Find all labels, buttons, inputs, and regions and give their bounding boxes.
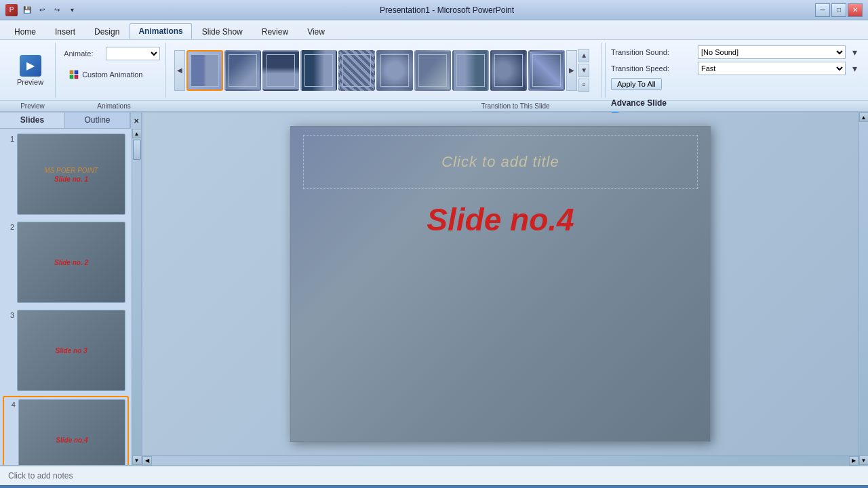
slide-canvas: Click to add title Slide no.4	[290, 126, 711, 442]
canvas-area: ▲ ▼ Click to add title Slide no.4 ◀ ▶	[142, 113, 868, 465]
slide-thumb-content-2: Slide no. 2	[18, 222, 125, 302]
animations-group-content: Animate: Custom Animation	[64, 44, 160, 96]
sound-dropdown-icon[interactable]: ▾	[852, 47, 857, 58]
svg-rect-3	[75, 75, 78, 79]
slide-title-text: Click to add title	[441, 153, 559, 171]
tab-slides[interactable]: Slides	[0, 113, 65, 128]
transitions-more-up[interactable]: ▲	[578, 49, 589, 62]
speed-dropdown-icon[interactable]: ▾	[852, 63, 857, 74]
transitions-scroll-right[interactable]: ▶	[566, 50, 577, 91]
ribbon-group-transitions: ◀ ▶ ▲ ▼ ≡	[169, 43, 602, 98]
canvas-scroll-left[interactable]: ◀	[142, 456, 152, 466]
transition-sound-row: Transition Sound: [No Sound] ▾	[611, 45, 857, 59]
transition-speed-row: Transition Speed: Fast ▾	[611, 62, 857, 75]
transitions-more-down[interactable]: ▼	[578, 64, 589, 77]
slide-title-placeholder[interactable]: Click to add title	[303, 135, 698, 189]
ribbon-tabs: Home Insert Design Animations Slide Show…	[0, 20, 868, 39]
transition-sound-select[interactable]: [No Sound]	[698, 45, 846, 59]
transition-10[interactable]	[528, 50, 565, 91]
ribbon: Home Insert Design Animations Slide Show…	[0, 20, 868, 113]
transition-2[interactable]	[224, 50, 261, 91]
save-button[interactable]: 💾	[20, 4, 34, 16]
animate-label: Animate:	[64, 49, 104, 58]
tab-animations[interactable]: Animations	[130, 23, 191, 39]
custom-animation-label: Custom Animation	[82, 70, 142, 79]
transitions-list	[186, 50, 565, 91]
canvas-scroll-right[interactable]: ▶	[849, 456, 859, 466]
slide-thumb-content-3: Slide no 3	[18, 310, 125, 390]
slide-2-body: Slide no. 2	[54, 259, 88, 266]
animate-select[interactable]	[106, 47, 160, 60]
transitions-scroll-left[interactable]: ◀	[174, 50, 185, 91]
slide-item-2[interactable]: 2 Slide no. 2	[3, 220, 129, 305]
title-bar-left: P 💾 ↩ ↪ ▾	[5, 4, 79, 16]
slide-thumb-4[interactable]: Slide no.4	[18, 399, 125, 465]
scroll-arrow-up[interactable]: ▲	[132, 129, 142, 138]
ribbon-section-labels: Preview Animations Transition to This Sl…	[0, 100, 868, 111]
tab-design[interactable]: Design	[85, 23, 128, 39]
transition-speed-label: Transition Speed:	[611, 64, 692, 73]
slide-thumb-3[interactable]: Slide no 3	[17, 310, 125, 391]
ribbon-group-animations: Animate: Custom Animation	[58, 43, 166, 98]
preview-group-content: ▶ Preview	[11, 44, 50, 96]
tab-slideshow[interactable]: Slide Show	[193, 23, 252, 39]
tab-insert[interactable]: Insert	[46, 23, 84, 39]
transition-9[interactable]	[490, 50, 527, 91]
transition-sound-label: Transition Sound:	[611, 48, 692, 56]
slide-item-1[interactable]: 1 MS POER POINT Slide no. 1	[3, 131, 129, 217]
close-button[interactable]: ✕	[848, 3, 863, 17]
slide-thumb-2[interactable]: Slide no. 2	[17, 222, 125, 303]
slide-body-text[interactable]: Slide no.4	[291, 201, 710, 238]
transition-7[interactable]	[414, 50, 451, 91]
canvas-hscrollbar[interactable]: ◀ ▶	[142, 455, 859, 465]
quick-access-toolbar: 💾 ↩ ↪ ▾	[20, 4, 79, 16]
undo-button[interactable]: ↩	[35, 4, 49, 16]
transition-4[interactable]	[300, 50, 337, 91]
slide-1-title: MS POER POINT	[41, 165, 100, 176]
canvas-vscrollbar[interactable]: ▲ ▼	[859, 113, 868, 465]
transition-6[interactable]	[376, 50, 413, 91]
maximize-button[interactable]: □	[831, 3, 846, 17]
status-bar: Slide 4 of 4 "Apex" Hindi (India) ▣ ⊞ ⊡ …	[0, 485, 868, 488]
slide-thumb-1[interactable]: MS POER POINT Slide no. 1	[17, 134, 125, 215]
svg-rect-0	[70, 70, 73, 74]
transitions-more-btn[interactable]: ≡	[578, 79, 589, 92]
slide-thumb-content-4: Slide no.4	[19, 400, 125, 465]
slide-item-3[interactable]: 3 Slide no 3	[3, 308, 129, 393]
tab-view[interactable]: View	[298, 23, 334, 39]
slide-thumb-content-1: MS POER POINT Slide no. 1	[18, 134, 125, 214]
window-title: Presentation1 - Microsoft PowerPoint	[79, 5, 815, 15]
window-controls: ─ □ ✕	[815, 3, 863, 17]
tab-review[interactable]: Review	[253, 23, 297, 39]
slides-list: 1 MS POER POINT Slide no. 1 2 Slide no. …	[0, 129, 132, 465]
section-label-transition: Transition to This Slide	[168, 102, 863, 110]
transition-8[interactable]	[452, 50, 489, 91]
scroll-thumb[interactable]	[133, 140, 141, 160]
transition-5[interactable]	[338, 50, 375, 91]
canvas-scroll-up[interactable]: ▲	[859, 113, 869, 122]
transition-3[interactable]	[262, 50, 299, 91]
redo-button[interactable]: ↪	[50, 4, 64, 16]
scroll-arrow-down[interactable]: ▼	[132, 455, 142, 465]
slide-3-body: Slide no 3	[55, 347, 87, 354]
notes-area[interactable]: Click to add notes	[0, 465, 868, 485]
canvas-scroll-down[interactable]: ▼	[859, 455, 869, 465]
transition-1[interactable]	[186, 50, 223, 91]
minimize-button[interactable]: ─	[815, 3, 830, 17]
quick-access-dropdown[interactable]: ▾	[65, 4, 79, 16]
preview-button[interactable]: ▶ Preview	[11, 52, 50, 89]
apply-to-all-button[interactable]: Apply To All	[611, 78, 662, 90]
tab-outline[interactable]: Outline	[65, 113, 130, 128]
transition-speed-select[interactable]: Fast	[698, 62, 846, 75]
custom-animation-button[interactable]: Custom Animation	[64, 67, 147, 82]
transitions-group-content: ◀ ▶ ▲ ▼ ≡	[174, 44, 596, 96]
slide-number-3: 3	[5, 310, 14, 319]
panel-close-button[interactable]: ✕	[130, 113, 141, 129]
notes-placeholder: Click to add notes	[8, 471, 73, 481]
panel-scrollbar[interactable]: ▲ ▼	[132, 129, 141, 465]
preview-label: Preview	[17, 78, 43, 86]
tab-home[interactable]: Home	[5, 23, 45, 39]
slides-list-container: 1 MS POER POINT Slide no. 1 2 Slide no. …	[0, 129, 141, 465]
slide-item-4[interactable]: 4 Slide no.4	[3, 396, 129, 465]
main-area: Slides Outline ✕ 1 MS POER POINT Slide n…	[0, 113, 868, 465]
